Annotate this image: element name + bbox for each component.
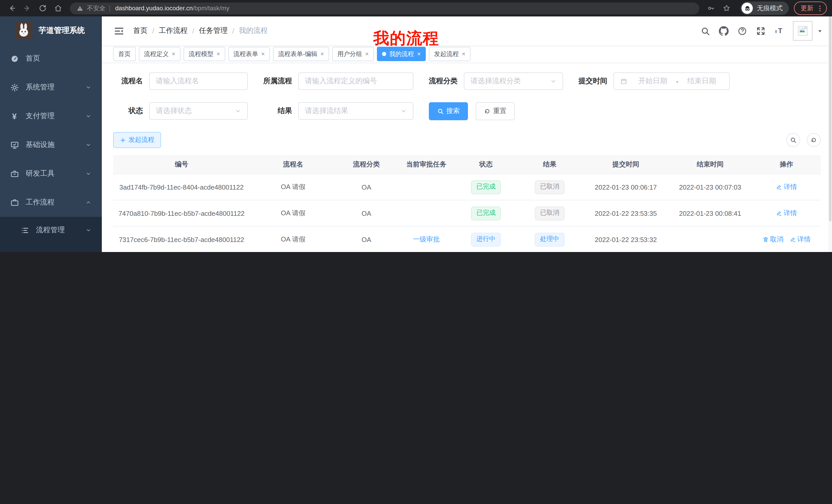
screen: 不安全 dashboard.yudao.iocoder.cn/bpm/task/…: [0, 0, 832, 252]
cell-submit-time: 2022-01-22 23:53:35: [583, 200, 668, 226]
category-select[interactable]: 请选择流程分类: [464, 73, 563, 90]
search-icon[interactable]: [700, 26, 710, 36]
app-logo-row[interactable]: 芋道管理系统: [0, 17, 102, 44]
url-path[interactable]: /bpm/task/my: [193, 5, 230, 12]
tab-label: 流程定义: [144, 50, 169, 58]
home-icon[interactable]: [51, 2, 65, 15]
process-name-label: 流程名: [118, 77, 143, 86]
category-placeholder: 请选择流程分类: [470, 77, 521, 86]
create-process-button[interactable]: 发起流程: [113, 132, 161, 148]
incognito-badge[interactable]: 无痕模式: [740, 2, 789, 15]
sidebar-item-process-mgmt[interactable]: 流程管理: [0, 217, 102, 244]
create-process-label: 发起流程: [129, 136, 154, 144]
font-size-icon[interactable]: тT: [774, 26, 784, 36]
sidebar-item-devtool[interactable]: 研发工具: [0, 159, 102, 188]
result-select[interactable]: 请选择流结果: [298, 102, 413, 120]
sidebar-item-pay[interactable]: ¥支付管理: [0, 102, 102, 131]
key-icon[interactable]: [704, 2, 718, 15]
sidebar-item-system[interactable]: 系统管理: [0, 73, 102, 102]
sidebar-item-infra[interactable]: 基础设施: [0, 131, 102, 159]
tab-close-icon[interactable]: ×: [365, 51, 369, 57]
detail-link[interactable]: 详情: [789, 235, 811, 244]
cell-actions: 取消详情: [752, 226, 821, 252]
back-icon[interactable]: [5, 2, 19, 15]
tab-label: 流程模型: [189, 50, 213, 58]
process-name-input[interactable]: 请输入流程名: [149, 73, 248, 90]
scrollbar[interactable]: [828, 17, 832, 252]
tab-用户分组[interactable]: 用户分组×: [332, 47, 374, 61]
filter-result: 结果 请选择流结果: [263, 102, 413, 120]
browser-menu-icon[interactable]: [813, 4, 824, 12]
search-button[interactable]: 搜索: [429, 102, 468, 120]
avatar-caret-icon[interactable]: [817, 28, 823, 34]
toolbox-icon: [9, 169, 20, 178]
avatar[interactable]: [793, 21, 812, 40]
tab-流程模型[interactable]: 流程模型×: [184, 47, 225, 61]
tab-label: 发起流程: [434, 50, 459, 58]
hide-search-icon[interactable]: [786, 133, 800, 147]
bookmark-star-icon[interactable]: [720, 2, 733, 15]
tab-close-icon[interactable]: ×: [216, 51, 220, 57]
update-button[interactable]: 更新: [794, 2, 827, 15]
cell-current-task: [396, 200, 456, 226]
column-header: 编号: [113, 155, 250, 174]
url-host[interactable]: dashboard.yudao.iocoder.cn: [115, 5, 193, 12]
sidebar-fold-icon[interactable]: [114, 26, 124, 36]
sidebar-item-task-mgmt[interactable]: 任务管理: [0, 244, 102, 252]
end-date-placeholder: 结束日期: [681, 77, 723, 86]
sidebar-item-home[interactable]: 首页: [0, 44, 102, 73]
reload-icon[interactable]: [36, 2, 49, 15]
filter-row-2: 状态 请选择状态 结果 请选择流结果 搜索 重置: [113, 102, 821, 120]
tab-close-icon[interactable]: ×: [261, 51, 265, 57]
forward-icon[interactable]: [21, 2, 34, 15]
active-tab-dot: [382, 52, 386, 56]
address-bar[interactable]: 不安全 dashboard.yudao.iocoder.cn/bpm/task/…: [70, 2, 699, 14]
breadcrumb-item[interactable]: 首页: [133, 26, 148, 35]
detail-link[interactable]: 详情: [776, 208, 797, 218]
table-row: 7317cec6-7b9b-11ec-b5b7-acde48001122OA 请…: [113, 226, 821, 252]
app-frame: 芋道管理系统 首页系统管理¥支付管理基础设施研发工具工作流程流程管理任务管理我的…: [0, 17, 832, 252]
svg-text:т: т: [775, 29, 777, 34]
tab-流程表单[interactable]: 流程表单×: [228, 47, 270, 61]
info-badge: 已取消: [535, 206, 565, 220]
sidebar-item-workflow[interactable]: 工作流程: [0, 188, 102, 217]
tab-close-icon[interactable]: ×: [462, 51, 465, 57]
cell-status: 已完成: [456, 200, 516, 226]
detail-link[interactable]: 详情: [776, 183, 797, 192]
cancel-link[interactable]: 取消: [762, 235, 783, 244]
tab-label: 流程表单-编辑: [278, 50, 317, 58]
scrollbar-thumb[interactable]: [829, 17, 831, 221]
tab-close-icon[interactable]: ×: [172, 51, 175, 57]
tab-label: 首页: [118, 50, 131, 58]
tab-close-icon[interactable]: ×: [417, 51, 421, 57]
edit-icon: [776, 184, 784, 190]
fullscreen-icon[interactable]: [756, 26, 766, 36]
github-icon[interactable]: [719, 26, 729, 36]
tab-我的流程[interactable]: 我的流程×: [377, 47, 426, 61]
cell-category: OA: [336, 200, 396, 226]
help-icon[interactable]: [737, 26, 747, 36]
status-select[interactable]: 请选择状态: [149, 102, 248, 120]
tab-首页[interactable]: 首页: [113, 47, 136, 61]
success-badge: 已完成: [471, 180, 501, 194]
table-row: 3ad174fb-7b9d-11ec-8404-acde48001122OA 请…: [113, 174, 821, 200]
chevron-down-icon: [85, 84, 92, 90]
process-def-input[interactable]: 请输入流程定义的编号: [298, 73, 413, 90]
tab-发起流程[interactable]: 发起流程×: [429, 47, 470, 61]
task-link[interactable]: 一级审批: [413, 235, 440, 243]
breadcrumb-separator: /: [192, 27, 194, 35]
breadcrumb-item[interactable]: 任务管理: [199, 26, 228, 35]
tab-流程定义[interactable]: 流程定义×: [139, 47, 181, 61]
tab-close-icon[interactable]: ×: [320, 51, 324, 57]
refresh-icon[interactable]: [807, 133, 821, 147]
cell-process-name: OA 请假: [250, 200, 336, 226]
tab-流程表单-编辑[interactable]: 流程表单-编辑×: [273, 47, 329, 61]
chevron-down-icon: [550, 78, 556, 84]
reset-button[interactable]: 重置: [476, 102, 515, 120]
breadcrumb-item[interactable]: 工作流程: [159, 26, 188, 35]
briefcase-icon: [9, 198, 20, 207]
security-warning-icon[interactable]: [77, 5, 83, 11]
category-label: 流程分类: [429, 77, 458, 86]
security-label[interactable]: 不安全: [87, 4, 105, 12]
submit-time-range[interactable]: 开始日期 - 结束日期: [614, 73, 730, 90]
